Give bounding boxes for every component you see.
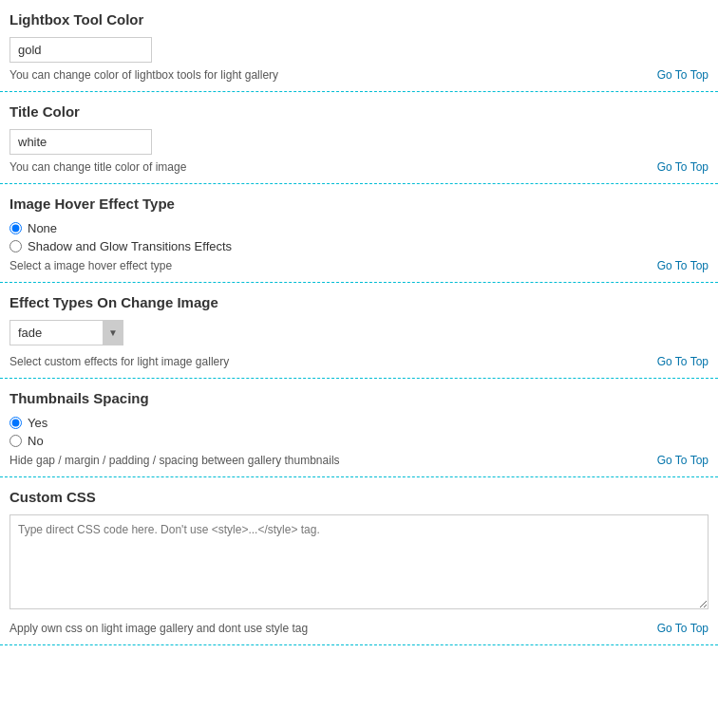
- hover-effect-shadow-radio[interactable]: [9, 240, 22, 252]
- title-color-section: Title Color You can change title color o…: [0, 92, 718, 184]
- image-hover-effect-title: Image Hover Effect Type: [9, 196, 709, 212]
- lightbox-tool-color-go-top[interactable]: Go To Top: [657, 68, 709, 82]
- lightbox-tool-color-description: You can change color of lightbox tools f…: [9, 68, 278, 82]
- hover-effect-none-radio[interactable]: [9, 222, 22, 234]
- effect-types-select[interactable]: fade slide zoom: [9, 320, 123, 345]
- custom-css-go-top[interactable]: Go To Top: [657, 622, 709, 635]
- thumbnails-no-item: No: [9, 434, 709, 448]
- title-color-footer: You can change title color of image Go T…: [9, 160, 709, 174]
- thumbnails-spacing-title: Thumbnails Spacing: [9, 390, 709, 406]
- thumbnails-yes-label: Yes: [28, 416, 47, 430]
- title-color-description: You can change title color of image: [9, 160, 186, 174]
- custom-css-description: Apply own css on light image gallery and…: [9, 622, 308, 635]
- custom-css-textarea[interactable]: [9, 514, 709, 609]
- effect-types-select-wrapper: fade slide zoom ▼: [9, 320, 123, 345]
- effect-types-section: Effect Types On Change Image fade slide …: [0, 283, 718, 379]
- effect-types-description: Select custom effects for light image ga…: [9, 355, 229, 368]
- thumbnails-no-radio[interactable]: [9, 435, 22, 447]
- lightbox-tool-color-footer: You can change color of lightbox tools f…: [9, 68, 709, 82]
- title-color-input[interactable]: [9, 129, 152, 155]
- effect-types-title: Effect Types On Change Image: [9, 294, 709, 310]
- custom-css-section: Custom CSS Apply own css on light image …: [0, 477, 718, 645]
- thumbnails-spacing-section: Thumbnails Spacing Yes No Hide gap / mar…: [0, 379, 718, 477]
- thumbnails-no-label: No: [28, 434, 44, 448]
- hover-effect-none-label: None: [28, 221, 57, 235]
- hover-effect-none-item: None: [9, 221, 709, 235]
- lightbox-tool-color-title: Lightbox Tool Color: [9, 11, 709, 28]
- lightbox-tool-color-section: Lightbox Tool Color You can change color…: [0, 0, 718, 92]
- thumbnails-yes-radio[interactable]: [9, 417, 22, 429]
- image-hover-effect-radio-group: None Shadow and Glow Transitions Effects: [9, 221, 709, 253]
- thumbnails-spacing-description: Hide gap / margin / padding / spacing be…: [9, 454, 340, 467]
- hover-effect-shadow-item: Shadow and Glow Transitions Effects: [9, 239, 709, 253]
- thumbnails-spacing-go-top[interactable]: Go To Top: [657, 454, 709, 467]
- effect-types-footer: Select custom effects for light image ga…: [9, 355, 709, 368]
- custom-css-footer: Apply own css on light image gallery and…: [9, 622, 709, 635]
- thumbnails-spacing-footer: Hide gap / margin / padding / spacing be…: [9, 454, 709, 467]
- title-color-title: Title Color: [9, 103, 709, 120]
- thumbnails-yes-item: Yes: [9, 416, 709, 430]
- effect-types-go-top[interactable]: Go To Top: [657, 355, 709, 368]
- title-color-go-top[interactable]: Go To Top: [657, 160, 709, 174]
- hover-effect-shadow-label: Shadow and Glow Transitions Effects: [28, 239, 232, 253]
- lightbox-tool-color-input[interactable]: [9, 37, 152, 63]
- custom-css-title: Custom CSS: [9, 489, 709, 505]
- image-hover-effect-go-top[interactable]: Go To Top: [657, 259, 709, 272]
- image-hover-effect-description: Select a image hover effect type: [9, 259, 172, 272]
- image-hover-effect-footer: Select a image hover effect type Go To T…: [9, 259, 709, 272]
- thumbnails-spacing-radio-group: Yes No: [9, 416, 709, 448]
- image-hover-effect-section: Image Hover Effect Type None Shadow and …: [0, 184, 718, 283]
